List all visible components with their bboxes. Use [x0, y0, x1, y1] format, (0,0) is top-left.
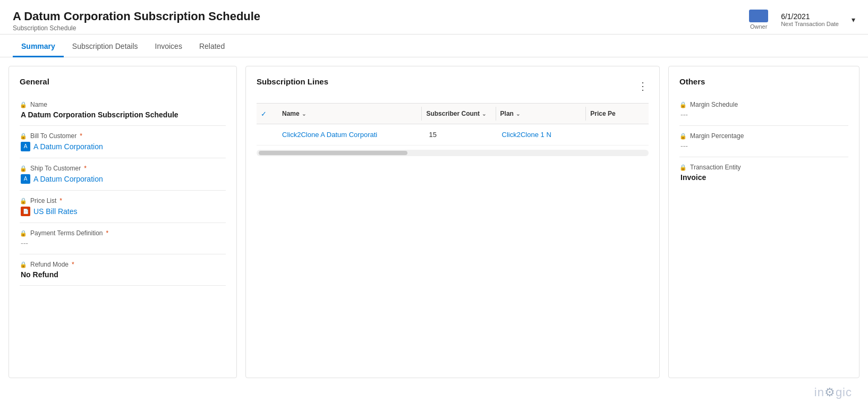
lock-icon-name: 🔒 — [20, 101, 27, 108]
field-payment-value: --- — [20, 239, 226, 247]
th-check: ✓ — [257, 110, 278, 118]
field-ship-value[interactable]: A A Datum Corporation — [20, 174, 226, 184]
owner-label: Owner — [750, 23, 767, 30]
required-star-bill: * — [80, 132, 82, 140]
subscription-lines-panel: Subscription Lines ⋮ ✓ Name ⌄ Subscriber… — [245, 66, 660, 378]
tabs-bar: Summary Subscription Details Invoices Re… — [0, 37, 868, 57]
field-margin-schedule: 🔒 Margin Schedule --- — [679, 95, 848, 126]
field-name-label: 🔒 Name — [20, 101, 226, 108]
lock-icon-margin-pct: 🔒 — [679, 133, 687, 140]
sort-name-icon: ⌄ — [302, 111, 306, 117]
general-panel-title: General — [20, 77, 226, 86]
page-subtitle: Subscription Schedule — [13, 24, 260, 32]
others-panel-title: Others — [679, 77, 848, 86]
field-name-value: A Datum Corporation Subscription Schedul… — [20, 110, 226, 119]
others-panel: Others 🔒 Margin Schedule --- 🔒 Margin Pe… — [668, 66, 860, 378]
tab-subscription-details[interactable]: Subscription Details — [64, 37, 147, 57]
field-ship-to-customer: 🔒 Ship To Customer * A A Datum Corporati… — [20, 158, 226, 191]
header-expand-icon[interactable]: ▾ — [852, 15, 855, 24]
required-star-ship: * — [84, 165, 87, 172]
field-price-list: 🔒 Price List * 📄 US Bill Rates — [20, 191, 226, 223]
bill-entity-icon: A — [21, 142, 30, 151]
required-star-pricelist: * — [59, 197, 62, 204]
lock-icon-payment: 🔒 — [20, 230, 27, 237]
ship-entity-icon: A — [21, 174, 30, 184]
next-transaction-section: 6/1/2021 Next Transaction Date — [781, 12, 839, 27]
pricelist-icon: 📄 — [21, 207, 30, 216]
field-margin-percentage-label: 🔒 Margin Percentage — [679, 132, 848, 140]
subscription-lines-header: Subscription Lines ⋮ — [257, 77, 649, 95]
horizontal-scrollbar[interactable] — [257, 150, 649, 156]
field-refund-label: 🔒 Refund Mode * — [20, 261, 226, 268]
field-transaction-entity-label: 🔒 Transaction Entity — [679, 164, 848, 171]
lock-icon-bill: 🔒 — [20, 133, 27, 140]
more-options-icon[interactable]: ⋮ — [637, 80, 649, 92]
th-price-per: Price Pe — [585, 107, 649, 121]
owner-section: Owner — [749, 10, 768, 30]
lock-icon-pricelist: 🔒 — [20, 198, 27, 204]
field-bill-value[interactable]: A A Datum Corporation — [20, 142, 226, 151]
header-right: Owner 6/1/2021 Next Transaction Date ▾ — [749, 10, 855, 34]
field-ship-label: 🔒 Ship To Customer * — [20, 165, 226, 172]
field-refund-mode: 🔒 Refund Mode * No Refund — [20, 254, 226, 286]
sort-plan-icon: ⌄ — [516, 111, 520, 117]
td-price-per — [586, 133, 649, 137]
field-refund-value: No Refund — [20, 270, 226, 279]
sort-sub-icon: ⌄ — [482, 111, 486, 117]
field-bill-to-customer: 🔒 Bill To Customer * A A Datum Corporati… — [20, 126, 226, 158]
lock-icon-ship: 🔒 — [20, 165, 27, 172]
required-star-refund: * — [72, 261, 74, 268]
th-subscriber-count[interactable]: Subscriber Count ⌄ — [421, 107, 495, 121]
field-margin-schedule-value: --- — [679, 110, 848, 119]
tab-related[interactable]: Related — [191, 37, 233, 57]
page-title: A Datum Corporation Subscription Schedul… — [13, 10, 260, 23]
general-panel: General 🔒 Name A Datum Corporation Subsc… — [8, 66, 237, 378]
tab-invoices[interactable]: Invoices — [147, 37, 191, 57]
subscription-table: ✓ Name ⌄ Subscriber Count ⌄ Plan ⌄ Price… — [257, 103, 649, 146]
field-pricelist-label: 🔒 Price List * — [20, 197, 226, 204]
field-transaction-entity: 🔒 Transaction Entity Invoice — [679, 157, 848, 188]
field-payment-terms: 🔒 Payment Terms Definition * --- — [20, 223, 226, 254]
watermark-gear: ⚙ — [824, 386, 836, 399]
header-left: A Datum Corporation Subscription Schedul… — [13, 10, 260, 32]
td-subscriber-count: 15 — [420, 129, 497, 141]
owner-avatar — [749, 10, 768, 22]
field-payment-label: 🔒 Payment Terms Definition * — [20, 229, 226, 237]
required-star-payment: * — [106, 229, 109, 237]
next-transaction-date: 6/1/2021 — [781, 12, 810, 21]
field-transaction-entity-value: Invoice — [679, 173, 848, 182]
tab-summary[interactable]: Summary — [13, 37, 64, 57]
table-row: Click2Clone A Datum Corporati 15 Click2C… — [257, 124, 649, 146]
field-name: 🔒 Name A Datum Corporation Subscription … — [20, 95, 226, 126]
subscription-lines-title: Subscription Lines — [257, 77, 328, 86]
field-pricelist-value[interactable]: 📄 US Bill Rates — [20, 207, 226, 216]
scrollbar-thumb — [259, 151, 407, 155]
lock-icon-refund: 🔒 — [20, 261, 27, 268]
td-name[interactable]: Click2Clone A Datum Corporati — [278, 129, 420, 141]
page-header: A Datum Corporation Subscription Schedul… — [0, 0, 868, 35]
table-header-row: ✓ Name ⌄ Subscriber Count ⌄ Plan ⌄ Price… — [257, 103, 649, 124]
field-margin-schedule-label: 🔒 Margin Schedule — [679, 101, 848, 108]
lock-icon-transaction: 🔒 — [679, 164, 687, 171]
watermark: in⚙gic — [814, 386, 852, 399]
th-name[interactable]: Name ⌄ — [278, 107, 421, 121]
next-transaction-label: Next Transaction Date — [781, 21, 839, 27]
field-margin-percentage-value: --- — [679, 142, 848, 150]
lock-icon-margin-schedule: 🔒 — [679, 101, 687, 108]
main-content: General 🔒 Name A Datum Corporation Subsc… — [0, 57, 868, 387]
field-margin-percentage: 🔒 Margin Percentage --- — [679, 126, 848, 157]
field-bill-label: 🔒 Bill To Customer * — [20, 132, 226, 140]
td-plan[interactable]: Click2Clone 1 N — [498, 129, 586, 141]
th-plan[interactable]: Plan ⌄ — [496, 107, 586, 121]
